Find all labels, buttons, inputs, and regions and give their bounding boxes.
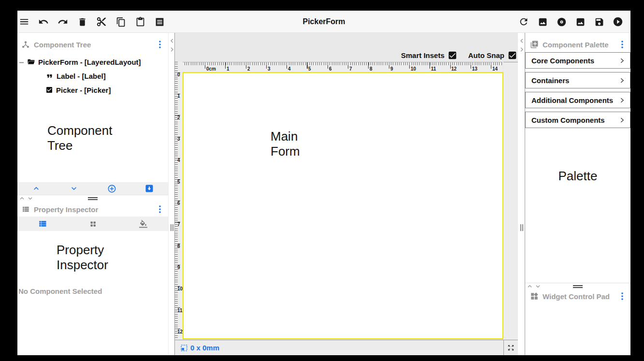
tree-row-picker[interactable]: Picker - [Picker] — [45, 84, 111, 96]
auto-snap-checkbox[interactable] — [508, 51, 516, 59]
redo-icon — [57, 16, 68, 27]
tab-properties[interactable] — [17, 219, 68, 229]
ruler-tick-label: 3 — [177, 136, 180, 142]
ruler-tick-label: 10 — [177, 286, 183, 291]
chevron-left-icon[interactable] — [519, 37, 524, 45]
main-form-annotation: Main Form — [271, 129, 324, 159]
topbar-left-group — [18, 11, 165, 33]
tab-style[interactable] — [118, 220, 168, 228]
component-tree-header: Component Tree — [21, 39, 164, 50]
palette-item-additional-components[interactable]: Additional Components — [525, 92, 630, 108]
component-palette-menu-button[interactable] — [618, 40, 627, 49]
selection-size-icon — [181, 345, 187, 351]
tab-layout[interactable] — [68, 220, 118, 228]
image-button-1[interactable] — [537, 16, 548, 28]
tree-add-button[interactable] — [93, 184, 130, 193]
splitter-drag-handle[interactable] — [88, 197, 98, 200]
ruler-tick-label: 8 — [370, 66, 372, 72]
property-inspector-menu-button[interactable] — [156, 205, 164, 214]
ruler-tick-label: 10 — [411, 66, 416, 72]
record-icon — [557, 17, 567, 27]
splitter-grip[interactable] — [520, 224, 523, 231]
play-button[interactable] — [612, 16, 624, 28]
menu-icon — [19, 16, 29, 27]
property-inspector-title: Property Inspector — [34, 205, 98, 214]
tree-expand-button[interactable] — [55, 184, 93, 193]
app-root: PickerForm — [0, 0, 644, 361]
save-button[interactable] — [593, 16, 605, 28]
tree-insert-button[interactable] — [130, 184, 168, 193]
chevron-down-icon — [69, 184, 79, 193]
cut-button[interactable] — [96, 16, 107, 28]
splitter-collapse-controls[interactable] — [19, 196, 33, 201]
topbar-right-group — [518, 11, 624, 33]
right-panel-splitter[interactable] — [518, 33, 525, 355]
tree-inspector-splitter[interactable] — [17, 195, 168, 203]
paint-fill-icon — [139, 220, 147, 228]
undo-button[interactable] — [38, 16, 49, 28]
palette-item-custom-components[interactable]: Custom Components — [525, 112, 630, 128]
trash-icon — [77, 17, 87, 27]
redo-button[interactable] — [57, 16, 69, 28]
folder-open-icon — [27, 58, 35, 66]
grid-dots-icon — [89, 220, 97, 228]
canvas-statusbar: 0 x 0mm — [175, 340, 503, 355]
insert-into-icon — [145, 184, 154, 193]
refresh-button[interactable] — [518, 16, 530, 28]
auto-snap-label: Auto Snap — [468, 51, 504, 59]
tree-item-label: Picker - [Picker] — [56, 86, 111, 94]
play-icon — [613, 16, 623, 27]
palette-item-containers[interactable]: Containers — [525, 72, 630, 88]
canvas-scrollbar-track[interactable] — [503, 62, 518, 340]
widget-control-pad-menu-button[interactable] — [618, 292, 627, 301]
ruler-tick-label: 11 — [177, 308, 183, 313]
no-component-message: No Component Selected — [18, 287, 102, 295]
ruler-tick-label: 5 — [308, 66, 311, 72]
left-panel-splitter[interactable] — [168, 33, 175, 355]
ruler-tick-label: 0 — [177, 72, 180, 77]
ruler-tick-label: 4 — [177, 158, 180, 163]
cursor-position-readout: 0 x 0mm — [190, 344, 219, 352]
tree-collapse-button[interactable] — [17, 184, 55, 193]
record-button[interactable] — [556, 16, 567, 28]
snap-options: Smart Insets Auto Snap — [401, 50, 516, 60]
fullscreen-button[interactable] — [503, 340, 518, 355]
chevron-left-icon[interactable] — [170, 37, 174, 45]
tree-row-pickerform[interactable]: PickerForm - [LayeredLayout] — [18, 56, 141, 68]
palette-item-label: Additional Components — [531, 96, 613, 104]
refresh-icon — [518, 16, 529, 27]
quote-icon — [45, 72, 54, 80]
palette-item-core-components[interactable]: Core Components — [525, 52, 630, 69]
image-button-2[interactable] — [574, 16, 586, 28]
copy-icon — [116, 17, 126, 27]
ruler-tick-label: 7 — [177, 222, 180, 227]
paste-button[interactable] — [134, 16, 146, 28]
splitter-grip[interactable] — [171, 224, 173, 231]
chevron-right-icon — [619, 58, 625, 64]
copy-button[interactable] — [115, 16, 127, 28]
chevron-right-icon[interactable] — [519, 45, 524, 54]
palette-item-label: Core Components — [531, 57, 594, 65]
chevron-right-icon[interactable] — [170, 45, 174, 54]
ruler-tick-label: 5 — [177, 179, 180, 185]
collapse-icon[interactable] — [18, 58, 24, 66]
chevron-right-icon — [619, 77, 625, 84]
list-icon — [21, 205, 30, 214]
main-form-surface[interactable] — [183, 72, 503, 339]
splitter-collapse-controls[interactable] — [527, 284, 541, 289]
component-tree-title: Component Tree — [34, 41, 91, 49]
palette-widgetpad-splitter[interactable] — [525, 283, 630, 290]
menu-button[interactable] — [18, 16, 30, 28]
property-inspector-tabs — [17, 217, 168, 231]
splitter-drag-handle[interactable] — [573, 285, 583, 288]
component-tree-menu-button[interactable] — [156, 40, 164, 49]
ruler-tick-label: 4 — [288, 66, 291, 72]
expand-arrows-icon — [507, 344, 515, 351]
receipt-button[interactable] — [154, 16, 165, 28]
smart-insets-checkbox[interactable] — [448, 51, 457, 59]
tree-row-label[interactable]: Label - [Label] — [45, 70, 106, 82]
delete-button[interactable] — [76, 16, 88, 28]
save-icon — [594, 17, 604, 27]
ruler-tick-label: 12 — [451, 66, 457, 72]
chevron-right-icon — [619, 97, 625, 103]
